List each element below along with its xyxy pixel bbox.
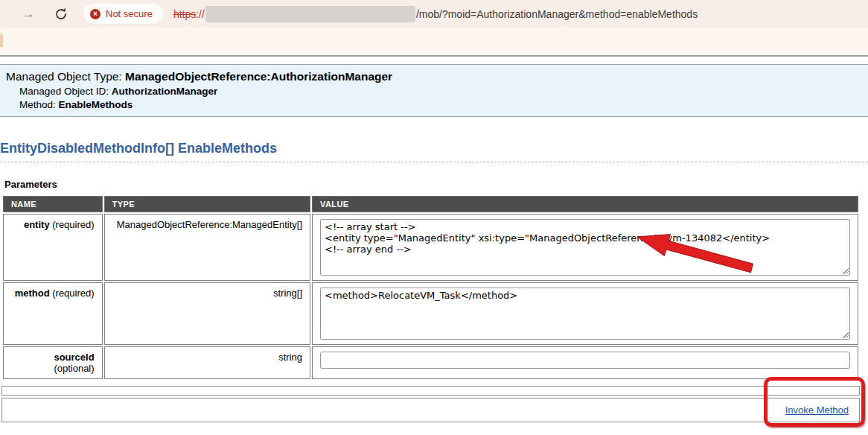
url-scheme: https [173,8,196,20]
method-line: Method: EnableMethods [19,99,862,111]
column-header-name: NAME [3,196,103,212]
entity-value-textarea[interactable]: <!-- array start --> <entity type="Manag… [320,219,850,276]
table-row: method (required) string[] <method>Reloc… [3,282,858,345]
footer-spacer-band [1,386,860,396]
table-header-row: NAME TYPE VALUE [3,196,858,212]
managed-object-type-line: Managed Object Type: ManagedObjectRefere… [6,69,862,84]
forward-icon[interactable]: → [19,7,37,22]
param-name-sourceid: sourceId (optional) [3,346,103,379]
mob-page: Managed Object Type: ManagedObjectRefere… [0,57,868,435]
redacted-host [205,6,415,22]
param-type-sourceid: string [104,346,310,379]
invoke-method-link[interactable]: Invoke Method [785,404,849,416]
param-name-method: method (required) [3,282,103,345]
sourceid-value-input[interactable] [320,352,850,369]
managed-object-id-value: AuthorizationManager [112,86,218,97]
method-value-textarea[interactable]: <method>RelocateVM_Task</method> [320,288,850,340]
object-header: Managed Object Type: ManagedObjectRefere… [0,64,868,117]
browser-window: → × Not secure https:///mob/?moid=Author… [0,0,868,435]
param-type-method: string[] [104,282,310,345]
reload-icon[interactable] [54,7,68,22]
managed-object-type-value: ManagedObjectReference:AuthorizationMana… [125,70,392,83]
not-secure-badge[interactable]: × Not secure [83,4,163,24]
bookmark-stub-icon[interactable] [0,34,3,47]
table-row: sourceId (optional) string [3,346,858,379]
method-signature-heading: EntityDisabledMethodInfo[] EnableMethods [0,141,868,156]
method-value: EnableMethods [59,99,133,110]
address-bar[interactable]: × Not secure https:///mob/?moid=Authoriz… [83,3,868,25]
not-secure-icon: × [90,9,100,19]
parameters-table: NAME TYPE VALUE entity (required) Manage… [1,194,860,381]
url-text: https:///mob/?moid=AuthorizationManager&… [173,6,698,22]
param-type-entity: ManagedObjectReference:ManagedEntity[] [104,214,310,281]
not-secure-label: Not secure [106,8,153,19]
invoke-method-row: Invoke Method [1,398,860,422]
browser-toolbar: → × Not secure https:///mob/?moid=Author… [0,0,868,28]
column-header-value: VALUE [312,196,858,212]
table-row: entity (required) ManagedObjectReference… [3,214,858,281]
parameters-title: Parameters [4,179,868,190]
bookmarks-bar [0,28,868,55]
url-path: /mob/?moid=AuthorizationManager&method=e… [416,8,698,20]
column-header-type: TYPE [104,196,310,212]
param-name-entity: entity (required) [3,214,103,281]
managed-object-id-line: Managed Object ID: AuthorizationManager [19,86,862,98]
dashed-divider [0,162,868,162]
